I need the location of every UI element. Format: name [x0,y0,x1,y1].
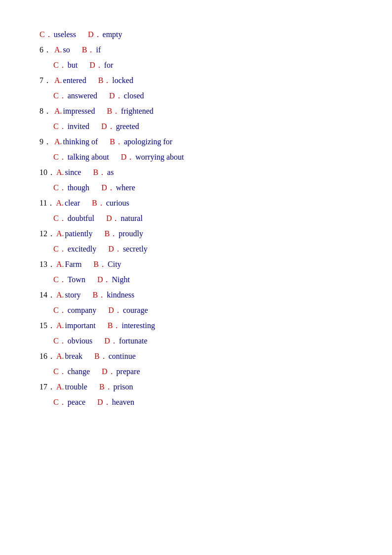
opt-letter: A. [56,383,64,391]
opt-text: peace [68,398,85,407]
q15-optA: A. important [56,321,96,330]
opt-letter: B． [105,229,118,239]
q14-line1: 14． A. story B． kindness [39,290,353,300]
q15-optD: D． fortunate [104,336,147,346]
opt-letter: C． [53,367,67,377]
opt-letter: C． [53,336,67,346]
opt-text: but [68,61,78,70]
q16-optB: B． continue [94,351,136,362]
opt-text: closed [124,91,144,100]
q7-line2: C． answered D． closed [39,91,353,101]
opt-letter: B． [107,106,120,117]
q17-optB: B． prison [99,382,133,392]
q14-optC: C． company [53,305,96,316]
opt-text: natural [120,214,142,223]
q12-optC: C． excitedly [53,244,96,255]
q13-optB: B． City [93,259,121,270]
opt-text: clear [65,199,80,208]
q12-optA: A. patiently [56,229,93,238]
q12-line1: 12． A. patiently B． proudly [39,229,353,239]
q8-line2: C． invited D． greeted [39,122,353,132]
opt-letter: C． [39,30,53,40]
q12-num: 12． [39,229,55,239]
opt-letter: C． [53,275,67,285]
opt-letter: A. [56,321,64,330]
option-c-useless: C． useless [39,30,76,40]
q12-optB: B． proudly [105,229,143,239]
q9-optC: C． talking about [53,152,109,163]
opt-letter: D． [109,91,123,101]
opt-letter: B． [93,290,106,300]
opt-text: important [65,321,96,330]
q10-line2: C． though D． where [39,183,353,193]
opt-text: answered [68,91,97,100]
opt-text: worrying about [135,153,184,162]
opt-text: impressed [63,107,95,116]
opt-text: invited [68,122,89,131]
q6-line1: 6． A. so B． if [39,45,353,55]
q8-optD: D． greeted [101,122,139,132]
q14-line2: C． company D． courage [39,305,353,316]
q11-num: 11． [39,198,55,209]
q15-optC: C． obvious [53,336,92,346]
opt-letter: D． [89,60,103,71]
opt-letter: C． [53,122,67,132]
q13-line1: 13． A. Farm B． City [39,259,353,270]
q17-optC: C． peace [53,397,85,408]
q8-line1: 8． A. impressed B． frightened [39,106,353,117]
q6-line2: C． but D． for [39,60,353,71]
q8-num: 8． [39,106,53,117]
opt-letter: B． [93,259,107,270]
q7-optA: A. entered [54,76,86,85]
opt-letter: C． [53,91,67,101]
opt-text: company [68,306,97,315]
q10-num: 10． [39,168,55,178]
opt-letter: B． [98,76,112,86]
opt-text: obvious [68,337,93,345]
opt-text: excitedly [68,245,97,254]
opt-letter: D． [121,152,135,163]
opt-letter: B． [110,137,123,147]
q10-optC: C． though [53,183,89,193]
q11-optD: D． natural [106,213,143,224]
opt-letter: D． [97,397,111,408]
q11-line1: 11． A. clear B． curious [39,198,353,209]
opt-letter: C． [53,152,67,163]
q17-optD: D． heaven [97,397,134,408]
opt-text: proudly [118,229,143,238]
q10-optA: A. since [56,168,81,177]
content-area: C． useless D． empty 6． A. so B． if C． bu… [39,30,353,408]
opt-text: Farm [65,260,82,269]
q17-num: 17． [39,382,55,392]
opt-text: useless [54,30,76,39]
opt-text: empty [103,30,122,39]
opt-text: as [107,168,114,177]
q16-optD: D． prepare [102,367,140,377]
q9-num: 9． [39,137,53,147]
q7-optB: B． locked [98,76,133,86]
opt-text: since [65,168,81,177]
opt-text: greeted [116,122,139,131]
q8-optB: B． frightened [107,106,153,117]
opt-letter: A. [54,107,62,116]
opt-letter: B． [94,351,108,362]
q16-line2: C． change D． prepare [39,367,353,377]
q9-line1: 9． A. thinking of B． apologizing for [39,137,353,147]
opt-letter: C． [53,213,67,224]
q14-optA: A. story [56,291,81,299]
q11-optA: A. clear [56,199,80,208]
opt-text: prison [114,383,133,391]
opt-text: locked [112,76,133,85]
q15-optB: B． interesting [108,321,155,331]
opt-text: talking about [68,153,109,162]
q16-optC: C． change [53,367,90,377]
q13-optC: C． Town [53,275,85,285]
opt-text: fortunate [119,337,148,345]
opt-letter: A. [54,76,62,85]
q14-optB: B． kindness [93,290,135,300]
opt-text: Night [112,275,129,284]
q8-optA: A. impressed [54,107,95,116]
q11-optB: B． curious [92,198,129,209]
opt-letter: B． [99,382,113,392]
q7-num: 7． [39,76,53,86]
